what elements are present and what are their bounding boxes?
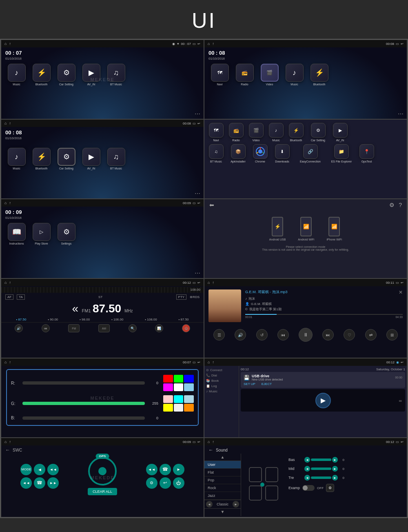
app-chrome-full[interactable]: Chrome	[251, 144, 269, 163]
power-btn[interactable]: ⏻	[182, 324, 190, 332]
app-icon-video[interactable]: 🎬 Video	[258, 64, 281, 86]
loop-icon[interactable]: ∞	[399, 398, 402, 403]
next-swc-btn[interactable]: ◄◄	[146, 464, 157, 475]
preset-6[interactable]: • 87.50	[179, 318, 189, 321]
app-icon-music-2[interactable]: ♪ Music	[283, 64, 306, 86]
eq-pop[interactable]: Pop	[204, 476, 241, 484]
dots-menu-2[interactable]: ⋯	[398, 111, 404, 117]
prev-track-btn[interactable]: ◄◄	[47, 464, 59, 475]
repeat-btn[interactable]: ↺	[256, 329, 268, 341]
swatch-lightblue[interactable]	[184, 383, 194, 391]
bass-minus[interactable]: ◄	[304, 457, 310, 463]
back-btn-conn[interactable]: ⬅	[209, 202, 214, 208]
close-btn-music[interactable]: ✕	[399, 289, 403, 295]
phone-btn[interactable]: ☎	[34, 477, 45, 489]
app-radio-full[interactable]: 📻 Radio	[227, 123, 245, 142]
app-dl-full[interactable]: ⬇ Downloads	[271, 144, 293, 163]
am-btn[interactable]: AM	[98, 324, 110, 332]
favorite-btn[interactable]: ♡	[344, 329, 355, 341]
eq-jazz[interactable]: Jazz	[204, 492, 241, 500]
preset-1[interactable]: • 87.50	[16, 318, 26, 321]
sidebar-dial[interactable]: 📞Dial	[206, 374, 237, 377]
examp-toggle[interactable]	[302, 485, 315, 491]
android-usb-item[interactable]: ⚡ Android USB	[269, 217, 286, 241]
app-easy-full[interactable]: 🔗 EasyConnection	[295, 144, 326, 163]
g-slider[interactable]	[22, 402, 145, 405]
app-apk-full[interactable]: 📦 ApkInstaller	[227, 144, 249, 163]
tre-slider[interactable]	[311, 476, 331, 479]
b-slider[interactable]	[22, 416, 145, 420]
app-icon-carsetting-3[interactable]: ⚙ Car Setting	[55, 148, 78, 170]
help-btn-conn[interactable]: ?	[399, 202, 402, 208]
mute-btn[interactable]: ⚙	[146, 477, 157, 489]
eject-action[interactable]: EJECT	[262, 382, 272, 386]
app-video-full[interactable]: 🎬 Video	[247, 123, 265, 142]
shuffle-btn[interactable]: ⇄	[365, 329, 377, 341]
next-btn-music[interactable]: ⏭	[322, 329, 334, 341]
app-settings[interactable]: ⚙ Settings	[55, 223, 78, 245]
r-slider[interactable]	[22, 381, 145, 385]
app-icon-music[interactable]: ♪ Music	[5, 64, 28, 86]
next-btn-swc[interactable]: ►	[173, 464, 184, 475]
sidebar-connect[interactable]: ⊙Connect	[206, 368, 237, 372]
app-icon-btmusic[interactable]: ♫ BT Music	[105, 64, 127, 86]
fm-btn[interactable]: FM	[68, 324, 80, 332]
app-icon-bluetooth[interactable]: ⚡ Bluetooth	[30, 64, 53, 86]
app-icon-btmusic-3[interactable]: ♫ BT Music	[105, 148, 127, 170]
settings-btn-conn[interactable]: ⚙	[389, 202, 395, 208]
mid-slider[interactable]	[311, 467, 331, 470]
app-carset-full[interactable]: ⚙ Car Setting	[307, 123, 329, 142]
app-avin-full[interactable]: ▶ AV_IN	[331, 123, 349, 142]
eq-rock[interactable]: Rock	[204, 484, 241, 492]
spectrum-btn[interactable]: 📊	[155, 324, 163, 332]
eq-up-arrow[interactable]: ▲	[221, 455, 225, 459]
eq-btn[interactable]: ⊞	[386, 329, 398, 341]
app-playstore[interactable]: ▷ Play Store	[30, 223, 53, 245]
app-icon-bluetooth-2[interactable]: ⚡ Bluetooth	[308, 64, 330, 86]
tre-plus[interactable]: ►	[332, 475, 338, 481]
app-instructions[interactable]: 📖 Instructions	[5, 223, 28, 245]
play-circle[interactable]: ▶	[315, 393, 331, 408]
app-navi-full[interactable]: 🗺 Navi	[207, 123, 225, 142]
app-btmusic-full[interactable]: ♫ BT Music	[207, 144, 225, 163]
sidebar-book[interactable]: 📚Book	[206, 379, 237, 383]
dots-menu-3[interactable]: ⋯	[195, 190, 200, 197]
swatch-green[interactable]	[174, 375, 184, 383]
app-icon-music-3[interactable]: ♪ Music	[5, 148, 28, 170]
ta-btn[interactable]: TA	[17, 294, 25, 300]
volume-btn-music[interactable]: 🔊	[235, 329, 246, 341]
app-icon-radio[interactable]: 📻 Radio	[233, 64, 256, 86]
af-btn[interactable]: AF	[5, 294, 13, 300]
back-arrow-sound[interactable]: ←	[208, 447, 213, 453]
preset-3[interactable]: • 98.00	[80, 318, 90, 321]
eq-classic[interactable]: Classic	[217, 502, 228, 506]
search-btn[interactable]: 🔍	[129, 324, 137, 332]
preset-2[interactable]: • 90.00	[48, 318, 58, 321]
sidebar-music[interactable]: ♪Music	[206, 390, 237, 393]
app-icon-navi[interactable]: 🗺 Navi	[208, 64, 231, 86]
sidebar-log[interactable]: 📋Log	[206, 384, 237, 388]
app-icon-bluetooth-3[interactable]: ⚡ Bluetooth	[30, 148, 53, 170]
bass-slider[interactable]	[311, 459, 331, 461]
prev-btn-music[interactable]: ⏮	[277, 329, 289, 341]
app-icon-avin[interactable]: ▶ AV_IN	[80, 64, 102, 86]
app-icon-avin-3[interactable]: ▶ AV_IN	[80, 148, 102, 170]
clear-all-button[interactable]: CLEAR ALL	[88, 488, 117, 495]
preset-5[interactable]: • 108.00	[145, 318, 157, 321]
swatch-magenta[interactable]	[163, 383, 173, 391]
eq-left-nav[interactable]: ◄	[206, 501, 213, 508]
iphone-wifi-item[interactable]: 📶 iPhone WiFi	[326, 217, 342, 241]
settings-btn-sound[interactable]: ⚙	[326, 484, 334, 492]
mode-btn[interactable]: MODE	[20, 464, 32, 475]
dots-menu-5[interactable]: ⋯	[195, 270, 200, 276]
swatch-pink[interactable]	[163, 395, 173, 403]
swatch-orange[interactable]	[184, 404, 194, 412]
app-gps-full[interactable]: 📍 GpsTest	[357, 144, 376, 163]
list-btn[interactable]: ☰	[213, 329, 225, 341]
app-es-full[interactable]: 📁 ES File Explorer	[327, 144, 356, 163]
swatch-cyan[interactable]	[174, 395, 184, 403]
preset-4[interactable]: • 106.00	[111, 318, 124, 321]
pty-btn[interactable]: PTY	[176, 294, 187, 300]
dots-menu-1[interactable]: ⋯	[195, 111, 200, 117]
eq-flat[interactable]: Flat	[204, 469, 241, 476]
